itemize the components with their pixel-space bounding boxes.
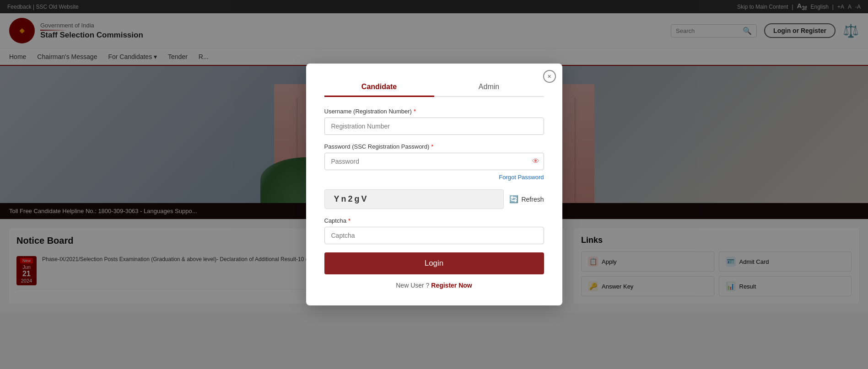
- username-group: Username (Registration Number)*: [324, 108, 544, 135]
- refresh-captcha-button[interactable]: 🔄 Refresh: [509, 195, 544, 203]
- password-input[interactable]: [324, 153, 544, 170]
- captcha-input-group: Captcha*: [324, 217, 544, 244]
- register-row: New User ? Register Now: [324, 282, 544, 289]
- captcha-req: *: [348, 217, 350, 224]
- tab-admin[interactable]: Admin: [434, 78, 544, 97]
- forgot-link: Forgot Password: [324, 173, 544, 181]
- register-now-link[interactable]: Register Now: [431, 282, 472, 289]
- modal-close-button[interactable]: ×: [543, 70, 556, 83]
- forgot-password-link[interactable]: Forgot Password: [499, 174, 544, 181]
- refresh-icon: 🔄: [509, 195, 518, 203]
- username-input[interactable]: [324, 118, 544, 135]
- captcha-row: Yn2gV 🔄 Refresh: [324, 189, 544, 209]
- captcha-label: Captcha*: [324, 217, 544, 224]
- login-button[interactable]: Login: [324, 252, 544, 274]
- captcha-display: Yn2gV: [324, 189, 504, 209]
- password-label: Password (SSC Registration Password)*: [324, 143, 544, 150]
- captcha-input[interactable]: [324, 227, 544, 244]
- toggle-password-button[interactable]: 👁: [532, 157, 539, 166]
- new-user-text: New User ?: [396, 282, 429, 289]
- password-req: *: [431, 143, 433, 150]
- modal-tabs: Candidate Admin: [324, 78, 544, 97]
- username-req: *: [414, 108, 416, 115]
- refresh-label: Refresh: [521, 196, 544, 203]
- login-modal: × Candidate Admin Username (Registration…: [306, 64, 562, 305]
- username-label: Username (Registration Number)*: [324, 108, 544, 115]
- modal-overlay[interactable]: × Candidate Admin Username (Registration…: [0, 0, 868, 313]
- password-group: Password (SSC Registration Password)* 👁 …: [324, 143, 544, 181]
- password-wrapper: 👁: [324, 153, 544, 170]
- tab-candidate[interactable]: Candidate: [324, 78, 434, 97]
